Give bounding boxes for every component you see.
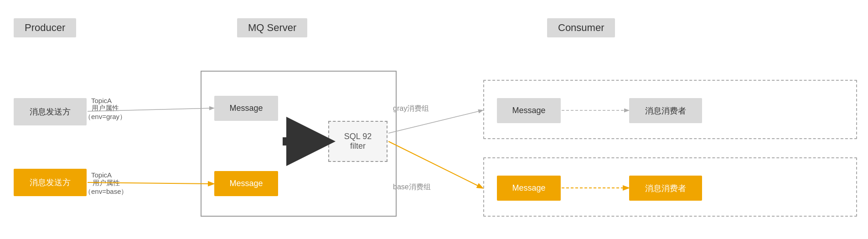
user-attr-1-label: 用户属性 （env=gray） <box>84 104 126 121</box>
gray-group-label: gray消费组 <box>393 104 429 114</box>
producer-section-label: Producer <box>14 18 76 37</box>
svg-line-4 <box>388 141 482 188</box>
topic-a-1-label: TopicA <box>91 97 112 104</box>
consumer-gray-consumer-box: 消息消费者 <box>629 98 702 123</box>
sql-filter-label: SQL 92 filter <box>344 132 372 151</box>
diagram-container: Producer MQ Server Consumer 消息发送方 消息发送方 … <box>0 0 868 239</box>
sql-filter-box: SQL 92 filter <box>328 121 388 162</box>
consumer-orange-consumer-box: 消息消费者 <box>629 176 702 201</box>
consumer-section-label: Consumer <box>547 18 615 37</box>
base-group-label: base消费组 <box>393 182 431 192</box>
producer-gray-box: 消息发送方 <box>14 98 87 125</box>
producer-orange-box: 消息发送方 <box>14 169 87 196</box>
svg-line-3 <box>388 110 482 133</box>
mq-server-section-label: MQ Server <box>237 18 307 37</box>
mq-message-gray-box: Message <box>214 96 278 121</box>
consumer-gray-message-box: Message <box>497 98 561 123</box>
user-attr-2-label: 用户属性 （env=base） <box>84 179 128 196</box>
topic-a-2-label: TopicA <box>91 171 112 179</box>
consumer-orange-message-box: Message <box>497 176 561 201</box>
mq-message-orange-box: Message <box>214 171 278 196</box>
